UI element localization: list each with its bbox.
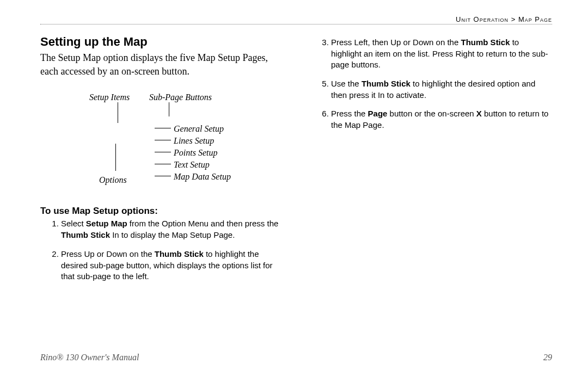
manual-page: Unit Operation > Map Page Setting up the…	[0, 0, 588, 382]
step-text-bold: Thumb Stick	[461, 38, 510, 47]
steps-list-right: Press Left, then Up or Down on the Thumb…	[310, 37, 550, 131]
left-column: Setting up the Map The Setup Map option …	[40, 34, 280, 290]
breadcrumb-sep: >	[509, 15, 518, 23]
diagram-item-lines: Lines Setup	[174, 135, 214, 147]
diagram-connector	[115, 144, 116, 171]
map-setup-diagram: Setup Items Sub-Page Buttons Options Gen…	[51, 91, 280, 195]
breadcrumb-page: Map Page	[518, 15, 552, 23]
diagram-label-options: Options	[99, 174, 127, 186]
diagram-item-general: General Setup	[174, 123, 224, 135]
diagram-item-mapdata: Map Data Setup	[174, 171, 231, 183]
step-item: Select Setup Map from the Option Menu an…	[61, 218, 280, 241]
step-text: Use the	[331, 79, 362, 88]
diagram-connector	[155, 152, 171, 152]
step-text: In to display the Map Setup Page.	[110, 230, 235, 239]
breadcrumb-section: Unit Operation	[456, 15, 509, 23]
step-item: Press the Page button or the on-screen X…	[331, 108, 550, 131]
step-text-bold: Setup Map	[86, 219, 127, 228]
step-text-bold: Thumb Stick	[362, 79, 411, 88]
step-text: Press Up or Down on the	[61, 249, 155, 258]
step-text-bold: X	[476, 109, 482, 118]
diagram-connector	[118, 102, 118, 123]
step-item: Press Up or Down on the Thumb Stick to h…	[61, 249, 280, 282]
diagram-item-text: Text Setup	[174, 159, 210, 171]
step-text-bold: Thumb Stick	[61, 230, 110, 239]
section-title: Setting up the Map	[40, 34, 280, 50]
step-text: Press the	[331, 109, 368, 118]
diagram-connector	[155, 164, 171, 164]
procedure-heading: To use Map Setup options:	[40, 205, 280, 217]
step-text: button or the on-screen	[387, 109, 476, 118]
step-text-bold: Page	[368, 109, 388, 118]
intro-paragraph: The Setup Map option displays the five M…	[40, 51, 280, 78]
diagram-item-points: Points Setup	[174, 147, 217, 159]
diagram-label-subpage-buttons: Sub-Page Buttons	[149, 91, 212, 103]
diagram-connector	[155, 176, 171, 176]
step-text: from the Option Menu and then press the	[127, 219, 279, 228]
step-text-bold: Thumb Stick	[155, 249, 204, 258]
diagram-connector	[155, 140, 171, 140]
diagram-connector	[169, 102, 169, 116]
step-item: Press Left, then Up or Down on the Thumb…	[331, 37, 550, 71]
divider-rule	[40, 24, 552, 24]
right-column: Press Left, then Up or Down on the Thumb…	[310, 34, 550, 139]
steps-list-left: Select Setup Map from the Option Menu an…	[40, 218, 280, 282]
step-item: Use the Thumb Stick to highlight the des…	[331, 78, 550, 101]
diagram-label-setup-items: Setup Items	[89, 91, 130, 103]
diagram-connector	[155, 128, 171, 128]
step-text: Press Left, then Up or Down on the	[331, 38, 461, 47]
footer-product: Rino® 130 Owner's Manual	[40, 353, 139, 362]
breadcrumb: Unit Operation > Map Page	[456, 15, 552, 23]
footer-page-number: 29	[543, 353, 552, 362]
step-text: Select	[61, 219, 86, 228]
